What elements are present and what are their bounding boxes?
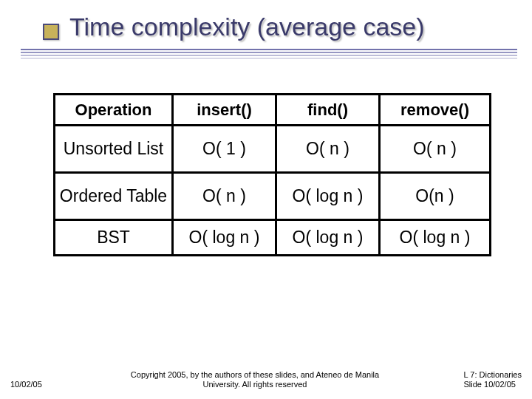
title-container: Time complexity (average case) — [0, 13, 532, 41]
footer-date: 10/02/05 — [10, 380, 42, 389]
footer-slide: Slide 10/02/05 — [464, 380, 516, 389]
footer-copyright-line2: University. All rights reserved — [202, 380, 307, 389]
header-find: find() — [276, 95, 380, 126]
cell: O( log n ) — [380, 220, 491, 256]
cell: O( log n ) — [276, 220, 380, 256]
footer-copyright: Copyright 2005, by the authors of these … — [96, 370, 414, 391]
table-row: Unsorted List O( 1 ) O( n ) O( n ) — [55, 126, 491, 173]
complexity-table: Operation insert() find() remove() Unsor… — [53, 93, 491, 256]
table-row: Ordered Table O( n ) O( log n ) O(n ) — [55, 173, 491, 220]
header-insert: insert() — [173, 95, 276, 126]
cell: O( n ) — [276, 126, 380, 173]
footer-right: L 7: Dictionaries Slide 10/02/05 — [464, 370, 522, 391]
row-label: Ordered Table — [55, 173, 173, 220]
header-operation: Operation — [55, 95, 173, 126]
footer-copyright-line1: Copyright 2005, by the authors of these … — [131, 370, 379, 379]
cell: O(n ) — [380, 173, 491, 220]
cell: O( n ) — [173, 173, 276, 220]
cell: O( n ) — [380, 126, 491, 173]
title-underline — [21, 49, 517, 61]
table-header-row: Operation insert() find() remove() — [55, 95, 491, 126]
complexity-table-container: Operation insert() find() remove() Unsor… — [53, 93, 489, 256]
table-row: BST O( log n ) O( log n ) O( log n ) — [55, 220, 491, 256]
header-remove: remove() — [380, 95, 491, 126]
row-label: BST — [55, 220, 173, 256]
slide-title: Time complexity (average case) — [69, 13, 532, 41]
cell: O( 1 ) — [173, 126, 276, 173]
cell: O( log n ) — [173, 220, 276, 256]
footer-lecture: L 7: Dictionaries — [464, 370, 522, 379]
cell: O( log n ) — [276, 173, 380, 220]
row-label: Unsorted List — [55, 126, 173, 173]
